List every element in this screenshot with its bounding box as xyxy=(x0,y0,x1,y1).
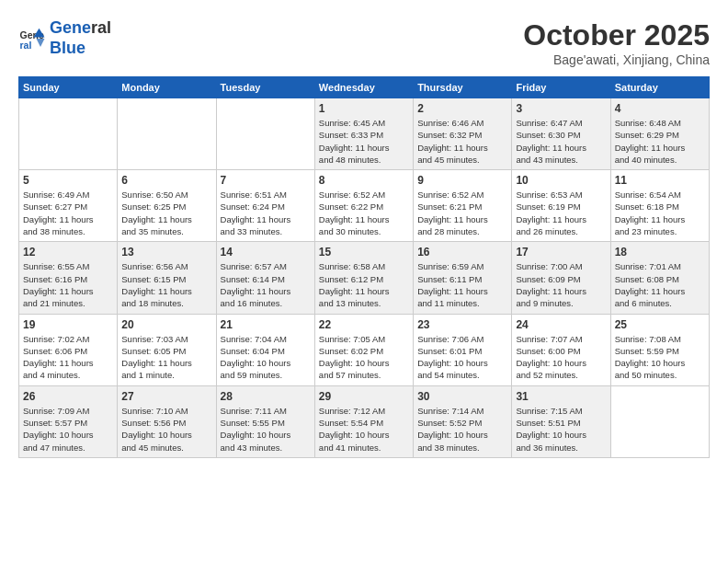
day-number: 19 xyxy=(23,318,113,331)
calendar-cell: 22Sunrise: 7:05 AM Sunset: 6:02 PM Dayli… xyxy=(314,314,413,385)
weekday-header-saturday: Saturday xyxy=(610,77,709,98)
day-info: Sunrise: 7:05 AM Sunset: 6:02 PM Dayligh… xyxy=(319,333,409,382)
day-info: Sunrise: 6:49 AM Sunset: 6:27 PM Dayligh… xyxy=(23,189,113,237)
day-info: Sunrise: 7:02 AM Sunset: 6:06 PM Dayligh… xyxy=(23,333,113,382)
logo-text-line1: General xyxy=(50,18,111,39)
day-number: 23 xyxy=(417,318,507,331)
day-number: 31 xyxy=(516,390,606,403)
day-number: 16 xyxy=(417,246,507,259)
calendar-cell: 26Sunrise: 7:09 AM Sunset: 5:57 PM Dayli… xyxy=(19,385,118,457)
day-number: 11 xyxy=(615,174,705,187)
day-info: Sunrise: 6:56 AM Sunset: 6:15 PM Dayligh… xyxy=(121,260,211,309)
calendar-week-5: 26Sunrise: 7:09 AM Sunset: 5:57 PM Dayli… xyxy=(19,385,710,457)
calendar-table: SundayMondayTuesdayWednesdayThursdayFrid… xyxy=(18,76,710,458)
day-number: 1 xyxy=(319,102,409,115)
calendar-cell: 9Sunrise: 6:52 AM Sunset: 6:21 PM Daylig… xyxy=(414,170,512,242)
day-info: Sunrise: 7:06 AM Sunset: 6:01 PM Dayligh… xyxy=(417,333,507,382)
day-info: Sunrise: 7:11 AM Sunset: 5:55 PM Dayligh… xyxy=(221,405,311,454)
day-info: Sunrise: 6:51 AM Sunset: 6:24 PM Dayligh… xyxy=(221,189,311,237)
calendar-week-3: 12Sunrise: 6:55 AM Sunset: 6:16 PM Dayli… xyxy=(19,242,710,314)
day-info: Sunrise: 7:14 AM Sunset: 5:52 PM Dayligh… xyxy=(417,405,507,454)
day-number: 8 xyxy=(319,174,409,187)
calendar-cell: 8Sunrise: 6:52 AM Sunset: 6:22 PM Daylig… xyxy=(314,170,413,242)
calendar-cell: 20Sunrise: 7:03 AM Sunset: 6:05 PM Dayli… xyxy=(118,314,216,385)
weekday-header-thursday: Thursday xyxy=(414,77,512,98)
calendar-week-4: 19Sunrise: 7:02 AM Sunset: 6:06 PM Dayli… xyxy=(19,314,710,385)
month-title: October 2025 xyxy=(523,18,710,52)
day-number: 22 xyxy=(319,318,409,331)
day-number: 18 xyxy=(615,246,705,259)
weekday-header-tuesday: Tuesday xyxy=(216,77,314,98)
day-info: Sunrise: 6:55 AM Sunset: 6:16 PM Dayligh… xyxy=(23,260,113,309)
logo-icon: Gene ral xyxy=(18,25,46,52)
day-number: 7 xyxy=(221,174,311,187)
day-number: 20 xyxy=(121,318,211,331)
calendar-cell: 19Sunrise: 7:02 AM Sunset: 6:06 PM Dayli… xyxy=(19,314,118,385)
day-info: Sunrise: 6:47 AM Sunset: 6:30 PM Dayligh… xyxy=(516,117,606,166)
day-info: Sunrise: 7:10 AM Sunset: 5:56 PM Dayligh… xyxy=(121,405,211,454)
calendar-cell: 3Sunrise: 6:47 AM Sunset: 6:30 PM Daylig… xyxy=(512,98,610,170)
calendar-cell: 30Sunrise: 7:14 AM Sunset: 5:52 PM Dayli… xyxy=(414,385,512,457)
day-number: 17 xyxy=(516,246,606,259)
calendar-cell: 6Sunrise: 6:50 AM Sunset: 6:25 PM Daylig… xyxy=(118,170,216,242)
calendar-cell: 4Sunrise: 6:48 AM Sunset: 6:29 PM Daylig… xyxy=(610,98,709,170)
calendar-cell: 29Sunrise: 7:12 AM Sunset: 5:54 PM Dayli… xyxy=(314,385,413,457)
location-subtitle: Bage'awati, Xinjiang, China xyxy=(523,52,710,67)
day-info: Sunrise: 7:04 AM Sunset: 6:04 PM Dayligh… xyxy=(221,333,311,382)
calendar-cell: 28Sunrise: 7:11 AM Sunset: 5:55 PM Dayli… xyxy=(216,385,314,457)
day-info: Sunrise: 6:54 AM Sunset: 6:18 PM Dayligh… xyxy=(615,189,705,237)
day-number: 6 xyxy=(121,174,211,187)
calendar-cell: 15Sunrise: 6:58 AM Sunset: 6:12 PM Dayli… xyxy=(314,242,413,314)
day-info: Sunrise: 6:53 AM Sunset: 6:19 PM Dayligh… xyxy=(516,189,606,237)
day-number: 5 xyxy=(23,174,113,187)
day-info: Sunrise: 6:52 AM Sunset: 6:22 PM Dayligh… xyxy=(319,189,409,237)
day-info: Sunrise: 7:15 AM Sunset: 5:51 PM Dayligh… xyxy=(516,405,606,454)
svg-text:ral: ral xyxy=(20,39,32,50)
day-info: Sunrise: 6:48 AM Sunset: 6:29 PM Dayligh… xyxy=(615,117,705,166)
day-number: 3 xyxy=(516,102,606,115)
day-info: Sunrise: 7:08 AM Sunset: 5:59 PM Dayligh… xyxy=(615,333,705,382)
weekday-header-row: SundayMondayTuesdayWednesdayThursdayFrid… xyxy=(19,77,710,98)
day-number: 10 xyxy=(516,174,606,187)
calendar-week-2: 5Sunrise: 6:49 AM Sunset: 6:27 PM Daylig… xyxy=(19,170,710,242)
calendar-cell: 24Sunrise: 7:07 AM Sunset: 6:00 PM Dayli… xyxy=(512,314,610,385)
day-number: 4 xyxy=(615,102,705,115)
day-info: Sunrise: 7:09 AM Sunset: 5:57 PM Dayligh… xyxy=(23,405,113,454)
calendar-cell: 2Sunrise: 6:46 AM Sunset: 6:32 PM Daylig… xyxy=(414,98,512,170)
day-number: 28 xyxy=(221,390,311,403)
weekday-header-sunday: Sunday xyxy=(19,77,118,98)
calendar-cell: 27Sunrise: 7:10 AM Sunset: 5:56 PM Dayli… xyxy=(118,385,216,457)
day-number: 25 xyxy=(615,318,705,331)
day-number: 14 xyxy=(221,246,311,259)
weekday-header-monday: Monday xyxy=(118,77,216,98)
calendar-cell: 10Sunrise: 6:53 AM Sunset: 6:19 PM Dayli… xyxy=(512,170,610,242)
weekday-header-wednesday: Wednesday xyxy=(314,77,413,98)
day-number: 27 xyxy=(121,390,211,403)
logo: Gene ral General Blue xyxy=(18,18,111,58)
calendar-cell xyxy=(118,98,216,170)
svg-marker-3 xyxy=(37,39,45,47)
calendar-cell: 1Sunrise: 6:45 AM Sunset: 6:33 PM Daylig… xyxy=(314,98,413,170)
calendar-week-1: 1Sunrise: 6:45 AM Sunset: 6:33 PM Daylig… xyxy=(19,98,710,170)
calendar-cell: 11Sunrise: 6:54 AM Sunset: 6:18 PM Dayli… xyxy=(610,170,709,242)
day-number: 21 xyxy=(221,318,311,331)
calendar-cell: 17Sunrise: 7:00 AM Sunset: 6:09 PM Dayli… xyxy=(512,242,610,314)
day-info: Sunrise: 7:01 AM Sunset: 6:08 PM Dayligh… xyxy=(615,260,705,309)
calendar-cell xyxy=(19,98,118,170)
day-number: 15 xyxy=(319,246,409,259)
page-header: Gene ral General Blue October 2025 Bage'… xyxy=(18,18,710,67)
calendar-cell xyxy=(610,385,709,457)
calendar-cell: 13Sunrise: 6:56 AM Sunset: 6:15 PM Dayli… xyxy=(118,242,216,314)
day-number: 29 xyxy=(319,390,409,403)
title-area: October 2025 Bage'awati, Xinjiang, China xyxy=(523,18,710,67)
day-info: Sunrise: 7:00 AM Sunset: 6:09 PM Dayligh… xyxy=(516,260,606,309)
day-number: 2 xyxy=(417,102,507,115)
calendar-cell: 7Sunrise: 6:51 AM Sunset: 6:24 PM Daylig… xyxy=(216,170,314,242)
day-info: Sunrise: 7:03 AM Sunset: 6:05 PM Dayligh… xyxy=(121,333,211,382)
calendar-cell: 14Sunrise: 6:57 AM Sunset: 6:14 PM Dayli… xyxy=(216,242,314,314)
calendar-cell: 23Sunrise: 7:06 AM Sunset: 6:01 PM Dayli… xyxy=(414,314,512,385)
day-number: 30 xyxy=(417,390,507,403)
calendar-cell: 16Sunrise: 6:59 AM Sunset: 6:11 PM Dayli… xyxy=(414,242,512,314)
day-info: Sunrise: 6:45 AM Sunset: 6:33 PM Dayligh… xyxy=(319,117,409,166)
day-info: Sunrise: 6:46 AM Sunset: 6:32 PM Dayligh… xyxy=(417,117,507,166)
